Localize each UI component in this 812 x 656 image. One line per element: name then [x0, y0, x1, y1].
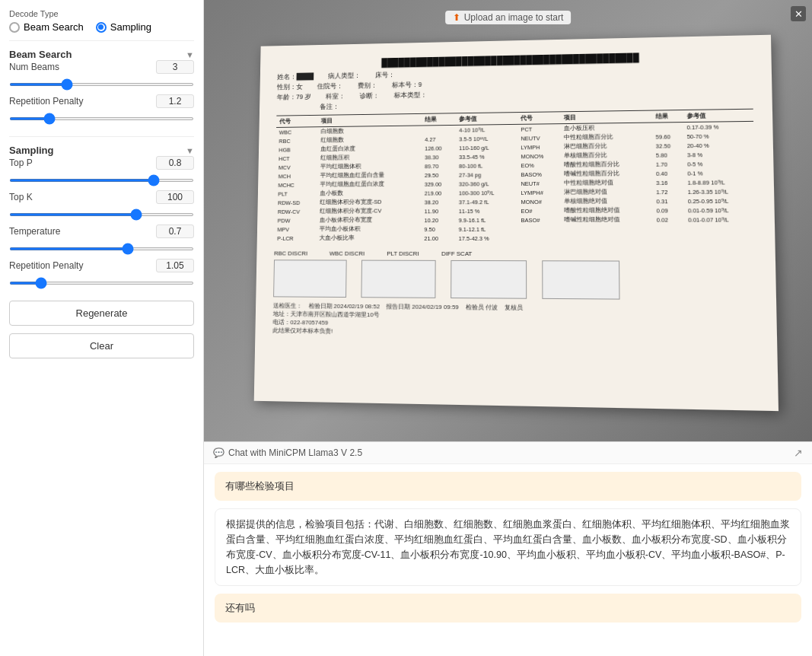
left-panel: Decode Type Beam Search Sampling Beam Se… — [0, 0, 204, 656]
chat-expand-icon[interactable]: ↗ — [794, 447, 803, 459]
temperature-label: Temperature — [9, 226, 60, 237]
medical-document: ████████████████████████████████████████… — [253, 35, 778, 411]
top-k-row: Top K 100 — [9, 190, 194, 218]
top-k-value: 100 — [156, 190, 194, 204]
clear-button[interactable]: Clear — [9, 333, 194, 358]
assistant-message-1: 根据提供的信息，检验项目包括：代谢、白细胞数、红细胞数、红细胞血浆蛋白、红细胞体… — [215, 508, 801, 586]
medical-image-display: ████████████████████████████████████████… — [204, 0, 812, 441]
assistant-message-1-text: 根据提供的信息，检验项目包括：代谢、白细胞数、红细胞数、红细胞血浆蛋白、红细胞体… — [226, 519, 790, 575]
sampling-repetition-label: Repetition Penalty — [9, 260, 83, 271]
top-p-row: Top P 0.8 — [9, 156, 194, 184]
divider-1 — [9, 40, 194, 41]
chat-icon: 💬 — [213, 447, 224, 458]
chat-title-text: Chat with MiniCPM Llama3 V 2.5 — [228, 447, 362, 458]
top-k-slider[interactable] — [9, 213, 194, 216]
beam-repetition-slider-container — [9, 111, 194, 123]
sampling-section: Sampling ▼ Top P 0.8 Top K 100 Temperatu — [9, 145, 194, 293]
beam-repetition-slider[interactable] — [9, 117, 194, 120]
chat-header-title: 💬 Chat with MiniCPM Llama3 V 2.5 — [213, 447, 362, 458]
decode-type-label: Decode Type — [9, 9, 194, 18]
top-p-label: Top P — [9, 158, 33, 168]
chat-messages-wrap: 有哪些检验项目 根据提供的信息，检验项目包括：代谢、白细胞数、红细胞数、红细胞血… — [204, 464, 812, 656]
doc-chart-labels: RBC DISCRIWBC DISCRIPLT DISCRIDIFF SCAT — [274, 250, 756, 258]
temperature-value: 0.7 — [156, 225, 194, 238]
doc-table: 代号项目结果参考值 代号项目结果参考值 WBC白细胞数4-10 10⁹/LPCT… — [274, 109, 756, 244]
doc-charts — [273, 260, 756, 301]
beam-search-section: Beam Search ▼ Num Beams 3 Repetition Pen… — [9, 49, 194, 129]
sampling-radio[interactable] — [96, 22, 107, 33]
right-panel: ⬆ Upload an image to start ✕ ███████████… — [204, 0, 812, 656]
user-message-2: 还有吗 — [215, 594, 801, 623]
decode-type-section: Decode Type Beam Search Sampling — [9, 9, 194, 33]
image-section: ⬆ Upload an image to start ✕ ███████████… — [204, 0, 812, 441]
regenerate-button[interactable]: Regenerate — [9, 301, 194, 326]
upload-hint-text: Upload an image to start — [464, 12, 564, 23]
user-message-1-text: 有哪些检验项目 — [225, 480, 295, 492]
upload-hint: ⬆ Upload an image to start — [445, 11, 572, 24]
temperature-row: Temperature 0.7 — [9, 225, 194, 253]
upload-icon: ⬆ — [453, 12, 460, 23]
chat-messages: 有哪些检验项目 根据提供的信息，检验项目包括：代谢、白细胞数、红细胞数、红细胞血… — [204, 464, 812, 656]
num-beams-value: 3 — [156, 60, 194, 74]
top-p-value: 0.8 — [156, 156, 194, 170]
user-message-1: 有哪些检验项目 — [215, 472, 801, 501]
sampling-section-label: Sampling — [9, 145, 54, 156]
num-beams-label: Num Beams — [9, 62, 59, 72]
beam-search-radio[interactable] — [9, 22, 20, 33]
beam-search-label: Beam Search — [24, 21, 84, 33]
num-beams-slider-container — [9, 77, 194, 88]
sampling-repetition-slider-container — [9, 275, 194, 287]
top-k-label: Top K — [9, 192, 33, 202]
sampling-arrow: ▼ — [186, 146, 194, 155]
beam-search-arrow: ▼ — [186, 50, 194, 59]
beam-repetition-row: Repetition Penalty 1.2 — [9, 94, 194, 123]
top-p-slider-container — [9, 173, 194, 184]
beam-search-section-label: Beam Search — [9, 49, 72, 60]
temperature-slider-container — [9, 241, 194, 253]
user-message-2-text: 还有吗 — [225, 602, 255, 613]
sampling-repetition-row: Repetition Penalty 1.05 — [9, 259, 194, 287]
sampling-header[interactable]: Sampling ▼ — [9, 145, 194, 156]
num-beams-row: Num Beams 3 — [9, 60, 194, 88]
top-k-slider-container — [9, 207, 194, 218]
decode-type-radio-group: Beam Search Sampling — [9, 21, 194, 33]
chat-section: 💬 Chat with MiniCPM Llama3 V 2.5 ↗ 有哪些检验… — [204, 441, 812, 656]
num-beams-slider[interactable] — [9, 83, 194, 86]
beam-search-header[interactable]: Beam Search ▼ — [9, 49, 194, 60]
sampling-repetition-value: 1.05 — [156, 259, 194, 272]
beam-repetition-value: 1.2 — [156, 94, 194, 108]
beam-repetition-label: Repetition Penalty — [9, 96, 83, 107]
doc-footer: 送检医生： 检验日期 2024/02/19 08:52 报告日期 2024/02… — [272, 301, 757, 340]
beam-search-option[interactable]: Beam Search — [9, 21, 84, 33]
chat-header: 💬 Chat with MiniCPM Llama3 V 2.5 ↗ — [204, 442, 812, 464]
sampling-repetition-slider[interactable] — [9, 282, 194, 285]
temperature-slider[interactable] — [9, 247, 194, 250]
close-image-button[interactable]: ✕ — [791, 6, 806, 21]
divider-2 — [9, 136, 194, 137]
top-p-slider[interactable] — [9, 179, 194, 182]
sampling-option[interactable]: Sampling — [96, 21, 151, 33]
sampling-label: Sampling — [110, 21, 151, 33]
